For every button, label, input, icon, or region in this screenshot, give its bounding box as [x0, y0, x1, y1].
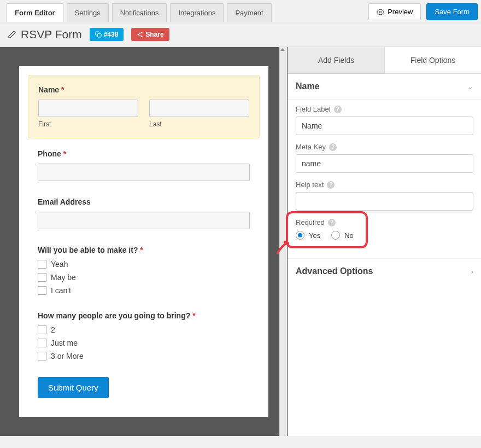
help-icon[interactable]: ?: [327, 181, 335, 189]
phone-input[interactable]: [38, 164, 250, 181]
tab-field-options[interactable]: Field Options: [385, 47, 481, 74]
share-button[interactable]: Share: [131, 28, 169, 41]
tab-notifications[interactable]: Notifications: [112, 3, 167, 22]
chevron-right-icon: ›: [471, 267, 473, 276]
copy-icon: [95, 31, 102, 38]
eye-icon: [377, 8, 384, 16]
form-title[interactable]: RSVP Form: [8, 28, 82, 41]
field-email[interactable]: Email Address: [38, 197, 250, 229]
meta-key-input[interactable]: [296, 154, 473, 173]
help-text-input[interactable]: [296, 192, 473, 211]
form-id-badge[interactable]: #438: [90, 28, 124, 41]
svg-point-0: [379, 11, 382, 13]
main-tabs: Form Editor Settings Notifications Integ…: [7, 0, 368, 22]
checkbox-option[interactable]: Yeah: [38, 260, 250, 269]
annotation-highlight: [286, 211, 368, 248]
pencil-icon: [8, 30, 16, 39]
field-count[interactable]: How many people are you going to bring? …: [38, 311, 250, 360]
tab-add-fields[interactable]: Add Fields: [288, 47, 385, 74]
annotation-arrow-icon: [275, 237, 294, 256]
checkbox-option[interactable]: I can't: [38, 286, 250, 295]
tab-payment[interactable]: Payment: [227, 3, 271, 22]
panel-name-header[interactable]: Name ⌄: [288, 74, 481, 100]
field-phone[interactable]: Phone *: [38, 149, 250, 181]
checkbox-option[interactable]: 3 or More: [38, 352, 250, 360]
share-icon: [137, 31, 143, 38]
field-attend[interactable]: Will you be able to make it? * Yeah May …: [38, 246, 250, 295]
checkbox-option[interactable]: May be: [38, 273, 250, 282]
tab-form-editor[interactable]: Form Editor: [7, 3, 63, 22]
save-form-button[interactable]: Save Form: [426, 3, 478, 20]
field-label-input[interactable]: [296, 117, 473, 135]
last-name-input[interactable]: [149, 100, 249, 117]
svg-rect-1: [97, 34, 101, 38]
svg-point-2: [141, 32, 143, 33]
help-icon[interactable]: ?: [334, 106, 342, 113]
submit-button[interactable]: Submit Query: [38, 377, 109, 398]
tab-settings[interactable]: Settings: [67, 3, 109, 22]
first-name-input[interactable]: [38, 100, 138, 117]
field-name[interactable]: Name * First Last: [28, 75, 260, 138]
form-canvas: Name * First Last Phone *: [0, 47, 288, 436]
chevron-down-icon: ⌄: [467, 83, 473, 91]
checkbox-option[interactable]: 2: [38, 325, 250, 334]
preview-button[interactable]: Preview: [368, 3, 421, 20]
advanced-options-toggle[interactable]: Advanced Options ›: [288, 258, 481, 284]
help-icon[interactable]: ?: [329, 143, 337, 151]
svg-point-3: [138, 34, 139, 36]
svg-point-4: [141, 36, 143, 37]
email-input[interactable]: [38, 212, 250, 229]
checkbox-option[interactable]: Just me: [38, 339, 250, 347]
tab-integrations[interactable]: Integrations: [170, 3, 224, 22]
